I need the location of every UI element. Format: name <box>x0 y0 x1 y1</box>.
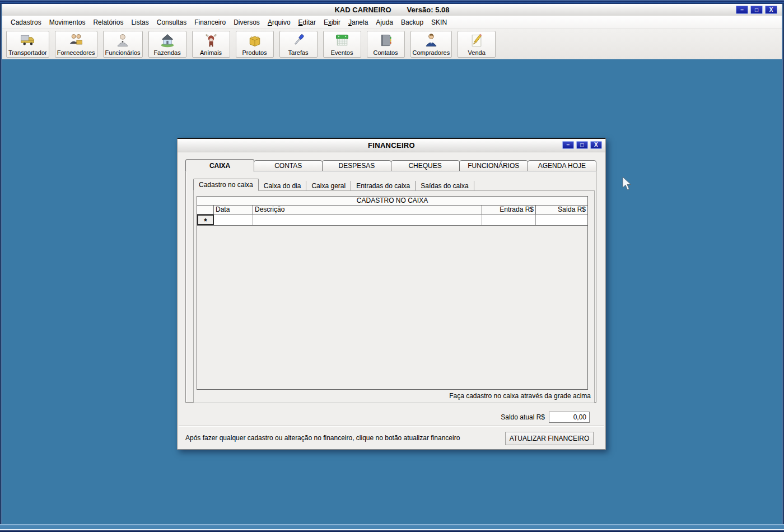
dialog-minimize-button[interactable]: – <box>562 141 574 149</box>
column-header-saida-r: Saída R$ <box>536 206 587 214</box>
menu-item-financeiro[interactable]: Financeiro <box>190 16 230 29</box>
toolbar-button-label: Compradores <box>413 49 450 56</box>
tab-funcionarios[interactable]: FUNCIONÁRIOS <box>459 160 528 171</box>
farm-house-icon <box>160 32 175 49</box>
toolbar-button-animais[interactable]: Animais <box>192 31 230 58</box>
window-frame-top <box>0 0 784 4</box>
row-selector-header <box>197 206 214 214</box>
saldo-row: Saldo atual R$ <box>501 412 590 423</box>
toolbar-button-label: Fazendas <box>153 49 180 56</box>
menu-item-listas[interactable]: Listas <box>127 16 152 29</box>
truck-icon <box>20 32 35 49</box>
dialog-title: FINANCEIRO <box>368 141 415 150</box>
menu-item-relatorios[interactable]: Relatórios <box>89 16 127 29</box>
toolbar-button-fornecedores[interactable]: Fornecedores <box>55 31 97 58</box>
grid-cell-data[interactable] <box>214 214 253 225</box>
subtab-cadastro-no-caixa[interactable]: Cadastro no caixa <box>193 179 259 191</box>
window-frame-bottom <box>0 524 784 532</box>
app-version: Versão: 5.08 <box>407 6 450 14</box>
grid-cell-descricao[interactable] <box>253 214 482 225</box>
grid-title: CADASTRO NO CAIXA <box>197 197 587 206</box>
title-bar: KAD CARNEIRO Versão: 5.08 – □ X <box>2 4 782 16</box>
minimize-button[interactable]: – <box>736 6 748 14</box>
grid-empty-area <box>197 226 587 389</box>
toolbar-button-label: Venda <box>468 49 486 56</box>
caixa-subtab-strip: Cadastro no caixaCaixa do diaCaixa geral… <box>193 178 474 190</box>
toolbar-button-contatos[interactable]: Contatos <box>367 31 405 58</box>
address-book-icon <box>378 32 394 49</box>
dialog-window-controls: – □ X <box>562 141 602 149</box>
menu-item-arquivo[interactable]: Arquivo <box>264 16 295 29</box>
cadastro-no-caixa-panel: CADASTRO NO CAIXA DataDescriçãoEntrada R… <box>193 190 595 403</box>
toolbar-button-fazendas[interactable]: Fazendas <box>148 31 186 58</box>
financeiro-dialog: FINANCEIRO – □ X CAIXACONTASDESPESASCHEQ… <box>177 138 606 450</box>
toolbar-button-label: Animais <box>200 49 222 56</box>
subtab-entradas-do-caixa[interactable]: Entradas do caixa <box>351 181 416 190</box>
window-frame-right <box>782 4 784 532</box>
saldo-label: Saldo atual R$ <box>501 413 545 421</box>
column-header-entrada-r: Entrada R$ <box>482 206 536 214</box>
toolbar-button-label: Funcionários <box>105 49 141 56</box>
toolbar-button-label: Fornecedores <box>57 49 95 56</box>
tab-cheques[interactable]: CHEQUES <box>391 160 460 171</box>
menu-item-cadastros[interactable]: Cadastros <box>7 16 45 29</box>
menu-bar: CadastrosMovimentosRelatóriosListasConsu… <box>2 16 782 29</box>
saldo-input[interactable] <box>549 412 590 423</box>
main-tab-strip: CAIXACONTASDESPESASCHEQUESFUNCIONÁRIOSAG… <box>185 159 596 171</box>
dialog-close-button[interactable]: X <box>590 141 602 149</box>
toolbar-button-venda[interactable]: Venda <box>458 31 496 58</box>
suppliers-icon <box>68 32 84 49</box>
mdi-client-area: FINANCEIRO – □ X CAIXACONTASDESPESASCHEQ… <box>2 59 782 524</box>
menu-item-editar[interactable]: Editar <box>295 16 320 29</box>
subtab-caixa-do-dia[interactable]: Caixa do dia <box>259 181 307 190</box>
menu-item-consultas[interactable]: Consultas <box>153 16 190 29</box>
toolbar-button-eventos[interactable]: Eventos <box>323 31 361 58</box>
menu-item-skin[interactable]: SKIN <box>427 16 451 29</box>
grid-cell-entrada-r[interactable] <box>482 214 536 225</box>
footer-note: Após fazer qualquer cadastro ou alteraçã… <box>185 434 460 442</box>
grid-hint: Faça cadastro no caixa através da grade … <box>449 392 591 400</box>
column-header-data: Data <box>214 206 253 214</box>
toolbar-button-produtos[interactable]: Produtos <box>236 31 274 58</box>
toolbar-button-label: Contatos <box>374 49 398 56</box>
menu-item-exibir[interactable]: Exibir <box>320 16 344 29</box>
grid-header-row: DataDescriçãoEntrada R$Saída R$ <box>197 206 587 214</box>
menu-item-diversos[interactable]: Diversos <box>230 16 264 29</box>
menu-item-janela[interactable]: Janela <box>344 16 372 29</box>
toolbar-button-funcionarios[interactable]: Funcionários <box>103 31 143 58</box>
screwdriver-icon <box>291 32 306 49</box>
menu-item-ajuda[interactable]: Ajuda <box>372 16 397 29</box>
application-window: KAD CARNEIRO Versão: 5.08 – □ X Cadastro… <box>0 0 784 532</box>
toolbar-button-label: Eventos <box>331 49 353 56</box>
pencil-note-icon <box>469 32 484 49</box>
menu-item-movimentos[interactable]: Movimentos <box>45 16 90 29</box>
tab-despesas[interactable]: DESPESAS <box>322 160 391 171</box>
new-row-marker[interactable]: * <box>197 214 214 225</box>
toolbar-button-tarefas[interactable]: Tarefas <box>279 31 318 58</box>
toolbar: TransportadorFornecedoresFuncionáriosFaz… <box>2 29 782 59</box>
calendar-icon <box>334 32 350 49</box>
toolbar-button-label: Produtos <box>242 49 267 56</box>
grid-cell-saida-r[interactable] <box>536 214 587 225</box>
subtab-saidas-do-caixa[interactable]: Saídas do caixa <box>416 181 474 190</box>
dialog-title-bar: FINANCEIRO – □ X <box>178 139 605 152</box>
menu-item-backup[interactable]: Backup <box>397 16 427 29</box>
close-button[interactable]: X <box>765 6 777 14</box>
tab-contas[interactable]: CONTAS <box>254 160 323 171</box>
toolbar-button-compradores[interactable]: Compradores <box>410 31 452 58</box>
atualizar-financeiro-button[interactable]: ATUALIZAR FINANCEIRO <box>505 432 594 445</box>
subtab-caixa-geral[interactable]: Caixa geral <box>306 181 351 190</box>
toolbar-button-label: Tarefas <box>288 49 309 56</box>
column-header-descricao: Descrição <box>253 206 482 214</box>
dialog-maximize-button[interactable]: □ <box>576 141 588 149</box>
toolbar-button-label: Transportador <box>8 49 47 56</box>
tab-agenda-hoje[interactable]: AGENDA HOJE <box>528 160 596 171</box>
employee-icon <box>115 32 130 49</box>
app-title: KAD CARNEIRO <box>334 6 391 14</box>
tab-caixa[interactable]: CAIXA <box>185 159 254 172</box>
toolbar-button-transportador[interactable]: Transportador <box>6 31 49 58</box>
cow-icon <box>203 32 219 49</box>
grid-new-row[interactable]: * <box>197 214 587 226</box>
window-frame-left <box>0 4 2 532</box>
maximize-button[interactable]: □ <box>750 6 763 14</box>
